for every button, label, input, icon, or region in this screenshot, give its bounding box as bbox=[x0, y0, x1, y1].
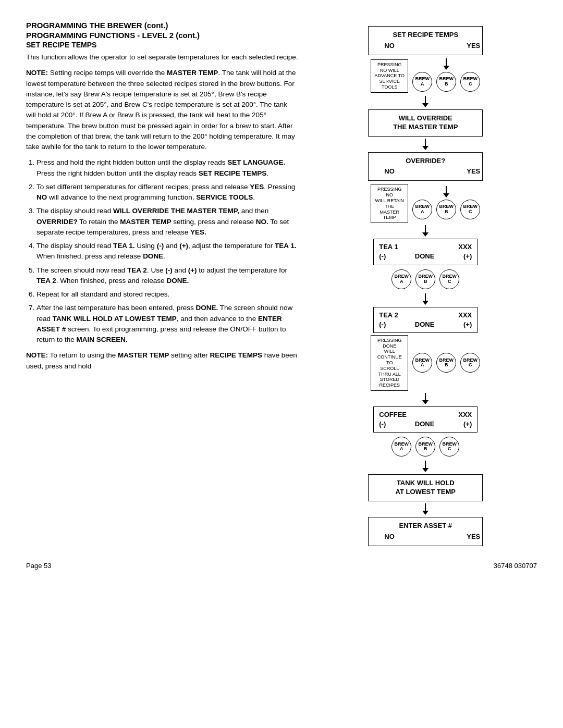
brew-a-4[interactable]: BREWA bbox=[412, 353, 432, 373]
set-recipe-temps-box: SET RECIPE TEMPS NO YES bbox=[368, 26, 483, 55]
coffee-minus: (-) bbox=[379, 419, 386, 429]
set-recipe-temps-section: SET RECIPE TEMPS NO YES bbox=[368, 26, 483, 55]
steps-list: Press and hold the right hidden button u… bbox=[26, 157, 299, 345]
pressing-done-note: PRESSING DONEWILL CONTINUE TOSCROLL THRU… bbox=[371, 335, 408, 391]
no-label-2: NO bbox=[384, 167, 395, 176]
footer: Page 53 36748 030707 bbox=[26, 562, 537, 570]
brew-a-2[interactable]: BREWA bbox=[412, 200, 432, 219]
step-4: The display should read TEA 1. Using (-)… bbox=[36, 241, 299, 262]
yes-label-1: YES bbox=[467, 42, 480, 51]
left-column: PROGRAMMING THE BREWER (cont.) PROGRAMMI… bbox=[26, 21, 304, 546]
note1: NOTE: Setting recipe temps will override… bbox=[26, 68, 299, 152]
yes-label-2: YES bbox=[467, 167, 480, 176]
brew-b-4[interactable]: BREWB bbox=[436, 353, 456, 373]
sub-title: PROGRAMMING FUNCTIONS - LEVEL 2 (cont.) bbox=[26, 31, 299, 40]
tea2-box: TEA 2 XXX (-) DONE (+) bbox=[373, 307, 478, 333]
no-label-1: NO bbox=[384, 42, 395, 51]
arrow-5 bbox=[422, 393, 429, 404]
brew-buttons-3: BREWA BREWB BREWC bbox=[391, 269, 459, 289]
first-brew-row: PRESSING NO WILL ADVANCE TO SERVICE TOOL… bbox=[314, 58, 537, 94]
step-7: After the last temperature has been ente… bbox=[36, 303, 299, 345]
brew-buttons-1: BREWA BREWB BREWC bbox=[412, 72, 480, 92]
brew-c-3[interactable]: BREWC bbox=[439, 269, 459, 289]
enter-yes-label: YES bbox=[467, 533, 480, 541]
doc-number: 36748 030707 bbox=[494, 562, 537, 570]
note2-prefix: NOTE: bbox=[26, 351, 48, 359]
brew-b-5[interactable]: BREWB bbox=[415, 437, 435, 456]
coffee-label: COFFEE bbox=[379, 410, 407, 419]
brew-buttons-4: BREWA BREWB BREWC bbox=[412, 353, 480, 373]
intro-text: This function allows the operator to set… bbox=[26, 52, 299, 63]
brew-c-2[interactable]: BREWC bbox=[460, 200, 480, 219]
enter-no-label: NO bbox=[384, 533, 395, 541]
enter-asset-label: ENTER ASSET # bbox=[375, 522, 476, 530]
arrow-6 bbox=[422, 461, 429, 472]
third-brew-row: PRESSING DONEWILL CONTINUE TOSCROLL THRU… bbox=[314, 335, 537, 391]
step-5: The screen should now read TEA 2. Use (-… bbox=[36, 265, 299, 287]
coffee-plus: (+) bbox=[463, 419, 472, 429]
tea1-plus: (+) bbox=[463, 252, 472, 261]
tea1-minus: (-) bbox=[379, 252, 386, 261]
coffee-xxx: XXX bbox=[458, 410, 472, 419]
tea2-xxx: XXX bbox=[458, 311, 472, 320]
tea2-plus: (+) bbox=[463, 320, 472, 329]
brew-buttons-5: BREWA BREWB BREWC bbox=[391, 437, 459, 456]
tea1-box: TEA 1 XXX (-) DONE (+) bbox=[373, 239, 478, 265]
brew-b-2[interactable]: BREWB bbox=[436, 200, 456, 219]
brew-a-5[interactable]: BREWA bbox=[391, 437, 411, 456]
tea2-done: DONE bbox=[415, 320, 435, 329]
coffee-box: COFFEE XXX (-) DONE (+) bbox=[373, 406, 478, 433]
override-box: OVERRIDE? NO YES bbox=[368, 152, 483, 181]
tea1-label: TEA 1 bbox=[379, 242, 398, 252]
will-override-box: WILL OVERRIDE THE MASTER TEMP bbox=[368, 109, 483, 137]
flowchart: SET RECIPE TEMPS NO YES PRESSING NO WILL… bbox=[314, 21, 537, 546]
brew-buttons-2: BREWA BREWB BREWC bbox=[412, 200, 480, 219]
override-label: OVERRIDE? bbox=[375, 157, 476, 166]
page-number: Page 53 bbox=[26, 562, 51, 570]
tea1-done: DONE bbox=[415, 252, 435, 261]
brew-c-1[interactable]: BREWC bbox=[460, 72, 480, 92]
pressing-no-note-1: PRESSING NO WILL ADVANCE TO SERVICE TOOL… bbox=[371, 59, 408, 93]
master-temp-bold: MASTER TEMP bbox=[167, 69, 218, 77]
note2: NOTE: To return to using the MASTER TEMP… bbox=[26, 350, 299, 372]
main-title: PROGRAMMING THE BREWER (cont.) bbox=[26, 21, 299, 30]
arrow-2 bbox=[422, 139, 429, 150]
arrow-7 bbox=[422, 503, 429, 515]
brew-a-3[interactable]: BREWA bbox=[391, 269, 411, 289]
step-2: To set different temperatures for differ… bbox=[36, 182, 299, 203]
note1-prefix: NOTE: bbox=[26, 69, 48, 77]
set-recipe-temps-label: SET RECIPE TEMPS bbox=[375, 31, 476, 40]
arrow-3 bbox=[422, 225, 429, 237]
arrow-1 bbox=[422, 96, 429, 107]
step-6: Repeat for all standard and stored recip… bbox=[36, 289, 299, 300]
second-brew-row: PRESSING NOWILL RETAIN THEMASTER TEMP BR… bbox=[314, 184, 537, 223]
brew-a-1[interactable]: BREWA bbox=[412, 72, 432, 92]
arrow-4 bbox=[422, 293, 429, 305]
pressing-no-note-2: PRESSING NOWILL RETAIN THEMASTER TEMP bbox=[371, 184, 408, 223]
coffee-done: DONE bbox=[415, 419, 435, 429]
brew-b-3[interactable]: BREWB bbox=[415, 269, 435, 289]
tea2-minus: (-) bbox=[379, 320, 386, 329]
step-3: The display should read WILL OVERRIDE TH… bbox=[36, 206, 299, 238]
brew-b-1[interactable]: BREWB bbox=[436, 72, 456, 92]
brew-c-5[interactable]: BREWC bbox=[439, 437, 459, 456]
step-1: Press and hold the right hidden button u… bbox=[36, 157, 299, 179]
tea2-label: TEA 2 bbox=[379, 311, 398, 320]
enter-asset-box: ENTER ASSET # NO YES bbox=[368, 517, 483, 546]
tank-hold-box: TANK WILL HOLD AT LOWEST TEMP bbox=[368, 474, 483, 501]
brew-c-4[interactable]: BREWC bbox=[460, 353, 480, 373]
section-title: SET RECIPE TEMPS bbox=[26, 41, 299, 49]
tea1-xxx: XXX bbox=[458, 242, 472, 252]
